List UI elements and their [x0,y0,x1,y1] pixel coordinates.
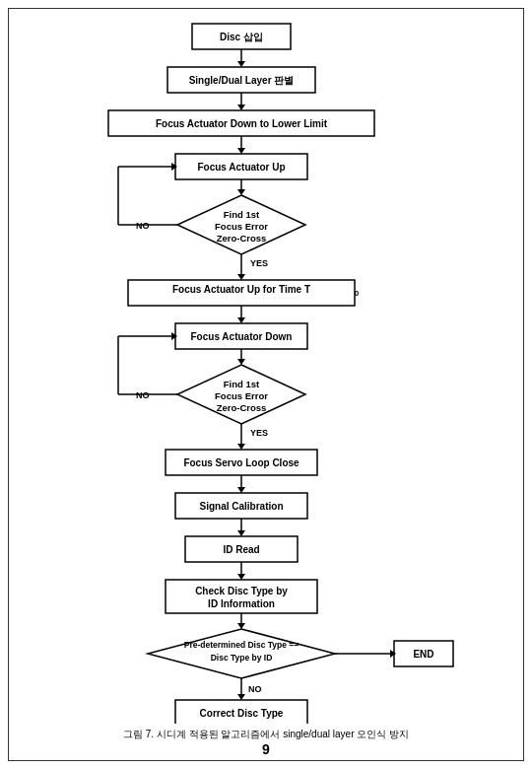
svg-text:ID Information: ID Information [208,598,275,609]
svg-text:ID Read: ID Read [223,544,259,555]
svg-text:END: END [413,649,433,660]
svg-text:Single/Dual Layer 판별: Single/Dual Layer 판별 [189,75,295,86]
svg-marker-56 [237,530,245,536]
svg-text:NO: NO [248,684,262,694]
svg-text:Focus Actuator Up for Time T: Focus Actuator Up for Time T [172,284,310,295]
svg-text:Find 1st: Find 1st [224,209,260,220]
svg-text:Check Disc Type by: Check Disc Type by [195,586,288,596]
svg-marker-60 [237,574,245,580]
svg-text:YES: YES [250,428,268,438]
svg-marker-11 [237,148,245,154]
svg-marker-32 [237,317,245,323]
svg-text:Focus Error: Focus Error [215,221,268,232]
svg-marker-52 [237,487,245,493]
svg-marker-36 [237,359,245,365]
svg-text:Zero-Cross: Zero-Cross [217,233,267,244]
svg-text:Focus Actuator Down to Lower L: Focus Actuator Down to Lower Limit [156,118,328,129]
svg-text:YES: YES [250,258,268,268]
page-number: 9 [0,741,532,757]
svg-marker-65 [237,623,245,629]
svg-text:Focus Actuator Down: Focus Actuator Down [191,331,293,342]
svg-marker-43 [237,444,245,450]
svg-text:Find 1st: Find 1st [224,379,260,389]
svg-marker-3 [237,61,245,67]
svg-text:Disc Type by ID: Disc Type by ID [211,653,273,663]
svg-text:NO: NO [136,221,150,231]
footer-caption: 그림 7. 시디계 적용된 알고리즘에서 single/dual layer 오… [15,728,517,741]
svg-text:NO: NO [136,390,150,400]
svg-marker-7 [237,105,245,110]
svg-marker-15 [237,189,245,195]
svg-text:Focus Servo Loop Close: Focus Servo Loop Close [183,457,299,468]
svg-marker-71 [237,694,245,700]
svg-text:Correct Disc Type: Correct Disc Type [200,708,284,719]
svg-text:Focus Error: Focus Error [215,390,268,401]
flowchart: Disc 삽입 Single/Dual Layer 판별 Focus Actua… [30,14,502,724]
svg-marker-22 [237,274,245,280]
svg-text:Pre-determined Disc Type ==: Pre-determined Disc Type == [184,640,299,650]
svg-text:Zero-Cross: Zero-Cross [217,402,267,413]
svg-text:Disc 삽입: Disc 삽입 [220,32,263,42]
svg-text:Signal Calibration: Signal Calibration [199,501,283,512]
svg-text:0: 0 [355,289,360,298]
svg-text:Focus Actuator Up: Focus Actuator Up [197,162,285,173]
